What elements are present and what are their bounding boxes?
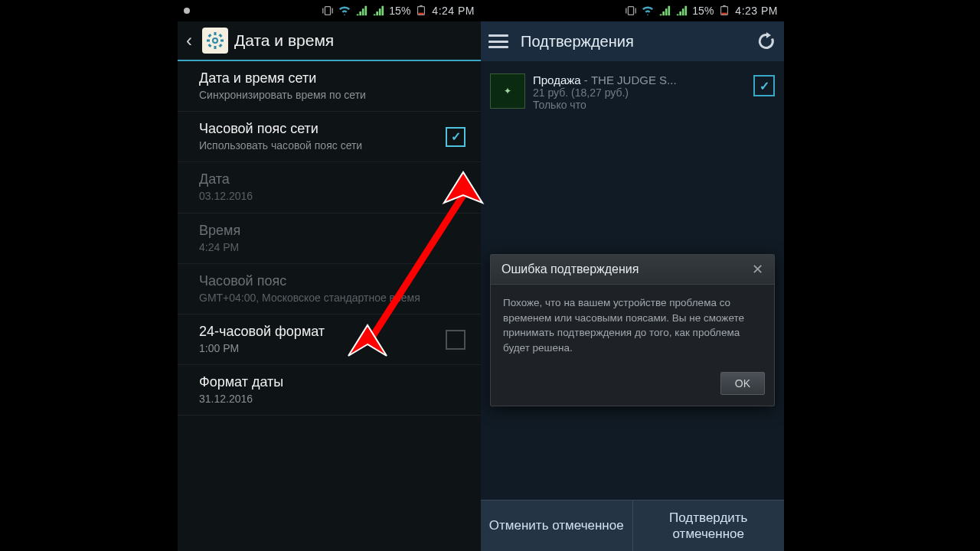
row-title: Часовой пояс: [199, 273, 466, 289]
ok-button[interactable]: OK: [720, 372, 765, 395]
battery-percentage: 15%: [389, 5, 410, 17]
item-thumbnail: [490, 73, 525, 109]
row-title: Дата: [199, 171, 466, 187]
signal-icon: [355, 5, 368, 17]
back-icon[interactable]: ‹: [182, 31, 196, 50]
page-title: Дата и время: [234, 31, 334, 50]
checkbox-network-timezone[interactable]: [446, 127, 466, 147]
row-subtitle: 03.12.2016: [199, 189, 466, 203]
android-settings-screen: 15% 4:24 PM ‹ Дата и время Дата и время …: [178, 0, 481, 551]
cancel-selected-button[interactable]: Отменить отмеченное: [481, 500, 632, 551]
vibrate-icon: [625, 5, 637, 17]
wifi-icon: [642, 5, 654, 17]
wifi-icon: [338, 5, 351, 17]
steam-header: Подтверждения: [481, 21, 784, 61]
steam-body: Продажа - THE JUDGE S... 21 руб. (18,27 …: [481, 61, 784, 508]
status-clock: 4:23 PM: [735, 5, 778, 17]
row-title: Формат даты: [199, 374, 466, 390]
row-timezone: Часовой пояс GMT+04:00, Московское станд…: [178, 264, 481, 315]
steam-confirmations-screen: 15% 4:23 PM Подтверждения Продажа - THE …: [481, 0, 784, 551]
checkbox-24h-format[interactable]: [446, 330, 466, 350]
row-subtitle: 1:00 PM: [199, 341, 446, 355]
row-24h-format[interactable]: 24-часовой формат 1:00 PM: [178, 315, 481, 365]
row-subtitle: Использовать часовой пояс сети: [199, 139, 446, 152]
row-title: Часовой пояс сети: [199, 121, 446, 137]
confirmation-when: Только что: [533, 99, 746, 111]
row-subtitle: 31.12.2016: [199, 392, 466, 406]
notification-indicator-icon: [184, 8, 190, 14]
row-date: Дата 03.12.2016: [178, 162, 481, 213]
close-icon[interactable]: ✕: [752, 262, 763, 276]
status-clock: 4:24 PM: [432, 5, 475, 17]
row-title: Время: [199, 223, 466, 239]
confirmation-price: 21 руб. (18,27 руб.): [533, 86, 746, 99]
settings-app-icon: [202, 28, 228, 54]
status-bar: 15% 4:23 PM: [481, 0, 784, 21]
page-title: Подтверждения: [521, 33, 756, 51]
row-network-time[interactable]: Дата и время сети Синхронизировать время…: [178, 61, 481, 112]
dialog-body: Похоже, что на вашем устройстве проблема…: [491, 285, 774, 366]
confirmation-item[interactable]: Продажа - THE JUDGE S... 21 руб. (18,27 …: [488, 69, 776, 116]
menu-icon[interactable]: [488, 34, 508, 48]
row-title: Дата и время сети: [199, 70, 466, 86]
signal-icon: [658, 5, 671, 17]
battery-percentage: 15%: [692, 5, 714, 17]
error-dialog: Ошибка подтверждения ✕ Похоже, что на ва…: [490, 254, 775, 406]
status-bar: 15% 4:24 PM: [178, 0, 481, 21]
row-network-timezone[interactable]: Часовой пояс сети Использовать часовой п…: [178, 112, 481, 162]
row-time: Время 4:24 PM: [178, 214, 481, 264]
vibrate-icon: [322, 5, 334, 17]
refresh-icon[interactable]: [756, 31, 776, 51]
battery-icon: [718, 5, 730, 17]
dialog-title: Ошибка подтверждения: [501, 262, 639, 276]
action-bar: Отменить отмеченное Подтвердить отмеченн…: [481, 500, 784, 551]
confirmation-checkbox[interactable]: [753, 75, 775, 96]
row-subtitle: Синхронизировать время по сети: [199, 88, 466, 102]
row-subtitle: GMT+04:00, Московское стандартное время: [199, 291, 466, 305]
battery-icon: [415, 5, 427, 17]
confirm-selected-button[interactable]: Подтвердить отмеченное: [632, 500, 785, 551]
signal-icon: [675, 5, 688, 17]
row-title: 24-часовой формат: [199, 324, 446, 340]
row-date-format[interactable]: Формат даты 31.12.2016: [178, 365, 481, 416]
confirmation-title: Продажа - THE JUDGE S...: [533, 73, 746, 86]
row-subtitle: 4:24 PM: [199, 240, 466, 254]
settings-header: ‹ Дата и время: [178, 21, 481, 61]
signal-icon: [372, 5, 384, 17]
